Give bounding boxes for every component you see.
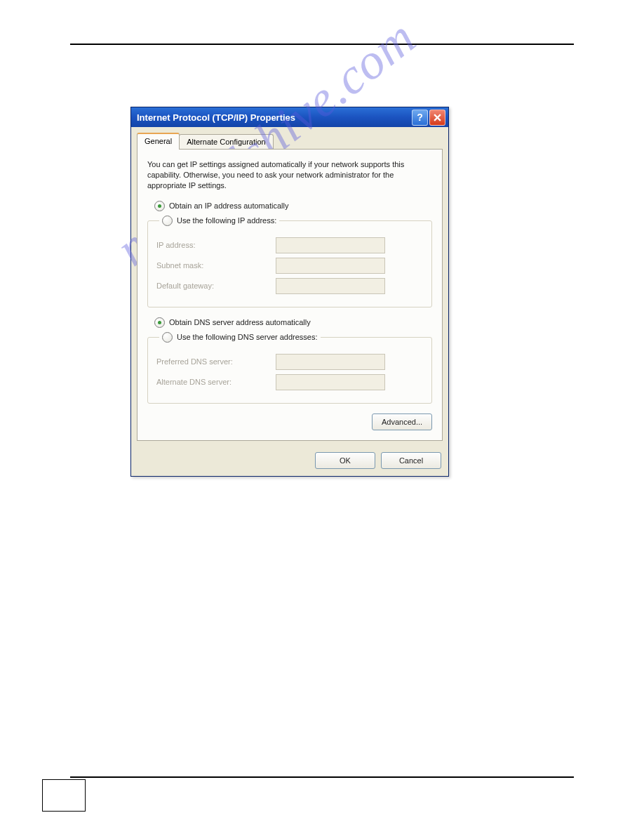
group-use-following-dns: Use the following DNS server addresses: …: [147, 332, 432, 404]
intro-text: You can get IP settings assigned automat…: [147, 159, 432, 191]
tab-label: General: [145, 137, 172, 145]
radio-icon: [162, 216, 173, 226]
radio-icon: [162, 332, 173, 343]
label-default-gateway: Default gateway:: [156, 282, 276, 290]
input-ip-address[interactable]: [276, 237, 385, 253]
dialog-footer: OK Cancel: [131, 446, 448, 476]
tcpip-properties-dialog: Internet Protocol (TCP/IP) Properties ? …: [130, 107, 449, 477]
help-button[interactable]: ?: [412, 110, 428, 126]
page-bottom-rule: [70, 776, 574, 778]
input-preferred-dns[interactable]: [276, 354, 385, 370]
group-use-following-ip: Use the following IP address: IP address…: [147, 216, 432, 307]
label-preferred-dns: Preferred DNS server:: [156, 357, 276, 366]
titlebar: Internet Protocol (TCP/IP) Properties ?: [131, 107, 448, 127]
input-alternate-dns[interactable]: [276, 374, 385, 390]
tab-alternate-configuration[interactable]: Alternate Configuration: [179, 134, 274, 149]
label-ip-address: IP address:: [156, 241, 276, 249]
cancel-button[interactable]: Cancel: [381, 452, 441, 469]
tab-label: Alternate Configuration: [187, 138, 266, 146]
radio-obtain-dns-auto[interactable]: Obtain DNS server address automatically: [154, 317, 432, 328]
radio-obtain-ip-auto[interactable]: Obtain an IP address automatically: [154, 201, 432, 211]
tab-strip: General Alternate Configuration: [131, 127, 448, 149]
radio-label: Obtain DNS server address automatically: [169, 318, 311, 326]
help-icon: ?: [417, 112, 423, 123]
input-subnet-mask[interactable]: [276, 258, 385, 274]
label-alternate-dns: Alternate DNS server:: [156, 378, 276, 386]
radio-use-following-ip[interactable]: Use the following IP address:: [159, 216, 279, 226]
radio-label: Obtain an IP address automatically: [169, 201, 288, 210]
close-icon: [434, 114, 441, 121]
radio-icon: [154, 317, 165, 328]
tab-panel-general: You can get IP settings assigned automat…: [137, 149, 443, 441]
close-button[interactable]: [429, 110, 445, 126]
input-default-gateway[interactable]: [276, 278, 385, 294]
radio-label: Use the following DNS server addresses:: [177, 333, 318, 341]
page-number-box: [42, 779, 86, 812]
tab-general[interactable]: General: [137, 133, 180, 150]
radio-label: Use the following IP address:: [177, 216, 276, 225]
radio-icon: [154, 201, 165, 211]
ok-button[interactable]: OK: [315, 452, 375, 469]
label-subnet-mask: Subnet mask:: [156, 261, 276, 270]
page-top-rule: [70, 44, 574, 45]
dialog-title: Internet Protocol (TCP/IP) Properties: [137, 112, 295, 123]
radio-use-following-dns[interactable]: Use the following DNS server addresses:: [159, 332, 321, 343]
advanced-button[interactable]: Advanced...: [372, 413, 432, 430]
